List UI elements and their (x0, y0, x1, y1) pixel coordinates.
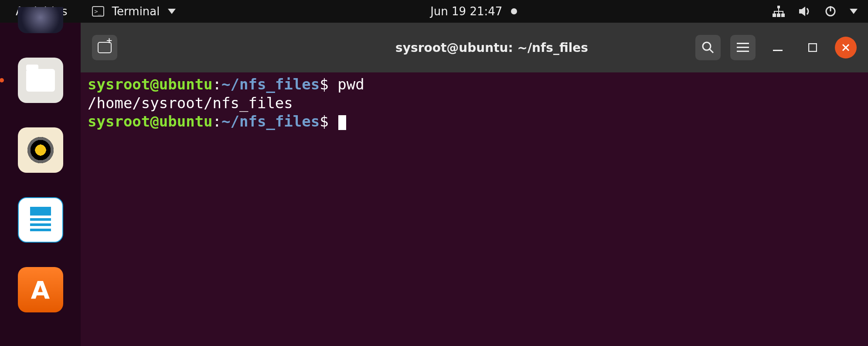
terminal-body[interactable]: sysroot@ubuntu:~/nfs_files$ pwd/home/sys… (81, 72, 868, 346)
svg-rect-17 (773, 50, 783, 51)
terminal-window: sysroot@ubuntu: ~/nfs_files sysroot@ubun… (81, 23, 868, 346)
svg-point-12 (703, 42, 711, 50)
speaker-icon (27, 137, 54, 163)
svg-rect-5 (778, 12, 779, 14)
new-tab-icon (98, 42, 112, 53)
clock[interactable]: Jun 19 21:47 (430, 5, 502, 18)
svg-line-13 (710, 49, 713, 53)
app-menu[interactable]: >_ Terminal (92, 5, 176, 18)
app-menu-label: Terminal (112, 5, 160, 18)
maximize-icon (808, 43, 817, 52)
shopping-bag-icon: A (31, 276, 50, 304)
window-title: sysroot@ubuntu: ~/nfs_files (395, 41, 588, 55)
prompt-path: ~/nfs_files (221, 113, 320, 130)
svg-rect-7 (777, 14, 780, 17)
svg-rect-6 (773, 14, 776, 17)
folder-icon (26, 69, 55, 92)
close-button[interactable] (835, 37, 857, 58)
minimize-icon (773, 43, 783, 52)
command-text: pwd (337, 75, 364, 93)
svg-rect-15 (737, 47, 749, 48)
svg-rect-18 (809, 44, 817, 51)
cursor (338, 115, 346, 130)
svg-rect-4 (783, 12, 783, 14)
document-icon (27, 204, 54, 236)
search-icon (701, 41, 715, 54)
hamburger-menu-button[interactable] (730, 35, 756, 60)
svg-rect-3 (774, 12, 775, 14)
chevron-down-icon (168, 9, 176, 14)
power-icon[interactable] (824, 5, 837, 17)
window-titlebar: sysroot@ubuntu: ~/nfs_files (81, 23, 868, 72)
terminal-output: /home/sysroot/nfs_files (88, 94, 861, 113)
dock-item-libreoffice-writer[interactable] (18, 197, 63, 243)
svg-rect-8 (781, 14, 785, 17)
dock-item-ubuntu-software[interactable]: A (18, 267, 63, 312)
svg-rect-1 (778, 8, 779, 11)
close-icon (841, 43, 850, 52)
svg-rect-2 (774, 11, 783, 12)
hamburger-icon (737, 43, 749, 52)
new-tab-button[interactable] (92, 35, 117, 60)
svg-rect-14 (737, 43, 749, 44)
volume-icon[interactable] (798, 6, 811, 17)
svg-rect-0 (777, 6, 780, 8)
terminal-app-icon: >_ (92, 6, 104, 17)
system-menu-chevron-icon[interactable] (850, 9, 858, 14)
terminal-line: sysroot@ubuntu:~/nfs_files$ pwd (88, 75, 861, 94)
dock-running-indicator (0, 78, 4, 82)
dock: A (0, 23, 81, 346)
prompt-path: ~/nfs_files (221, 75, 320, 93)
prompt-user-host: sysroot@ubuntu (88, 113, 213, 130)
search-button[interactable] (695, 35, 721, 60)
terminal-line: sysroot@ubuntu:~/nfs_files$ (88, 112, 861, 131)
svg-marker-9 (799, 7, 805, 16)
dock-item-firefox[interactable] (18, 7, 63, 33)
dock-item-rhythmbox[interactable] (18, 127, 63, 173)
network-icon[interactable] (772, 6, 785, 17)
svg-rect-11 (830, 6, 831, 11)
gnome-top-bar: Activities >_ Terminal Jun 19 21:47 (0, 0, 868, 23)
dock-item-files[interactable] (18, 58, 63, 103)
notification-dot-icon (511, 8, 517, 14)
minimize-button[interactable] (765, 35, 790, 60)
maximize-button[interactable] (800, 35, 825, 60)
svg-rect-16 (737, 51, 749, 52)
prompt-user-host: sysroot@ubuntu (88, 75, 213, 93)
